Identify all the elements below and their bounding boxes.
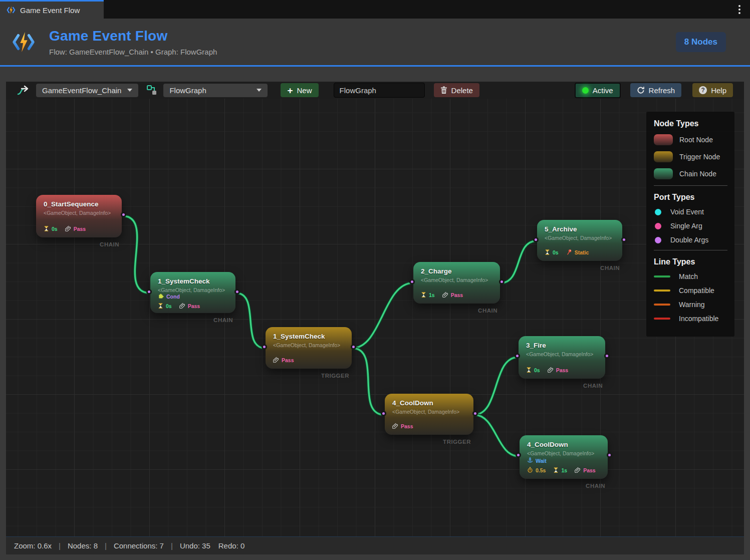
input-port[interactable] — [409, 279, 415, 285]
node-count-badge: 8 Nodes — [676, 32, 726, 52]
legend-label: Root Node — [679, 136, 713, 144]
refresh-button[interactable]: Refresh — [630, 83, 682, 97]
delete-button[interactable]: Delete — [434, 83, 479, 97]
legend-label: Chain Node — [679, 170, 716, 178]
status-bar: Zoom: 0.6x | Nodes: 8 | Connections: 7 |… — [6, 536, 744, 554]
legend-label: Compatible — [679, 287, 714, 295]
port-dot-icon — [655, 209, 661, 215]
editor-frame: GameEventFlow_Chain FlowGraph + New Dele… — [6, 82, 744, 554]
output-port[interactable] — [121, 212, 126, 217]
graph-select-value: FlowGraph — [169, 86, 206, 95]
node-4_CoolDown[interactable]: 4_CoolDown <GameObject, DamageInfo> Wait… — [520, 435, 608, 479]
node-kind-tag: CHAIN — [600, 265, 620, 271]
divider — [654, 185, 727, 186]
toolbar: GameEventFlow_Chain FlowGraph + New Dele… — [6, 82, 744, 99]
output-port[interactable] — [607, 452, 612, 458]
page-title: Game Event Flow — [49, 28, 217, 44]
node-subtitle: <GameObject, DamageInfo> — [44, 210, 114, 216]
node-1_SystemCheck[interactable]: 1_SystemCheck <GameObject, DamageInfo> C… — [150, 272, 235, 313]
legend-line-type-row: Warning — [654, 301, 728, 309]
input-port[interactable] — [262, 344, 267, 350]
legend-panel: Node Types Root Node Trigger Node Chain … — [646, 112, 734, 337]
graph-canvas[interactable]: 0_StartSequence <GameObject, DamageInfo>… — [6, 99, 744, 536]
badge-row: Cond — [158, 293, 228, 300]
new-button[interactable]: + New — [281, 83, 318, 97]
status-zoom: Zoom: 0.6x — [14, 541, 52, 550]
root-node-swatch-icon — [654, 134, 673, 145]
badge-0s: 0s — [545, 249, 559, 256]
input-port[interactable] — [515, 353, 520, 359]
chevron-down-icon — [127, 89, 132, 92]
output-port[interactable] — [234, 289, 240, 295]
node-kind-tag: TRIGGER — [321, 373, 349, 379]
active-status-icon — [582, 87, 589, 94]
paperclip-icon — [179, 303, 185, 310]
page-subtitle: Flow: GameEventFlow_Chain • Graph: FlowG… — [49, 48, 217, 56]
refresh-icon — [637, 86, 645, 94]
app-tab[interactable]: Game Event Flow — [0, 0, 104, 19]
node-0_StartSequence[interactable]: 0_StartSequence <GameObject, DamageInfo>… — [36, 195, 122, 237]
paperclip-icon — [442, 292, 448, 299]
output-port[interactable] — [499, 279, 505, 285]
divider — [654, 250, 727, 250]
badge-0s: 0s — [44, 226, 58, 232]
help-button[interactable]: ? Help — [692, 83, 733, 97]
plus-icon: + — [287, 86, 293, 95]
node-kind-tag: TRIGGER — [443, 439, 471, 445]
node-title: 4_CoolDown — [527, 441, 600, 448]
legend-port-type-row: Void Event — [654, 208, 728, 216]
flow-select[interactable]: GameEventFlow_Chain — [36, 84, 138, 97]
node-4_CoolDown[interactable]: 4_CoolDown <GameObject, DamageInfo> Pass… — [385, 394, 473, 435]
status-redo: Redo: 0 — [218, 541, 245, 550]
node-2_Charge[interactable]: 2_Charge <GameObject, DamageInfo> 1s Pas… — [413, 262, 500, 304]
legend-node-type-row: Root Node — [654, 134, 728, 145]
node-title: 2_Charge — [421, 267, 492, 275]
legend-node-types-title: Node Types — [654, 119, 728, 128]
badge-pass: Pass — [273, 357, 294, 364]
legend-line-type-row: Incompatible — [654, 315, 728, 323]
input-port[interactable] — [516, 452, 521, 458]
title-bar: Game Event Flow — [0, 0, 750, 19]
hourglass-icon — [545, 249, 550, 256]
node-subtitle: <GameObject, DamageInfo> — [526, 351, 598, 357]
graph-select[interactable]: FlowGraph — [163, 84, 268, 97]
paperclip-icon — [392, 423, 398, 430]
badge-pass: Pass — [392, 423, 413, 430]
output-port[interactable] — [621, 237, 627, 242]
badge-pass: Pass — [179, 303, 200, 310]
node-subtitle: <GameObject, DamageInfo> — [273, 342, 344, 348]
output-port[interactable] — [472, 411, 478, 416]
badge-0s: 0s — [158, 303, 172, 310]
input-port[interactable] — [146, 289, 152, 295]
legend-label: Match — [679, 272, 698, 281]
output-port[interactable] — [351, 344, 356, 350]
status-undo: Undo: 35 — [180, 541, 210, 550]
node-3_Fire[interactable]: 3_Fire <GameObject, DamageInfo> 0s Pass … — [519, 336, 605, 379]
graph-name-input[interactable] — [334, 83, 425, 98]
badge-0.5s: 0.5s — [527, 467, 546, 474]
badge-row: Wait — [527, 457, 600, 464]
window-menu-icon[interactable] — [735, 5, 744, 15]
node-subtitle: <GameObject, DamageInfo> — [392, 409, 466, 415]
input-port[interactable] — [533, 237, 539, 242]
input-port[interactable] — [381, 411, 386, 416]
hourglass-icon — [44, 226, 49, 232]
paperclip-icon — [65, 225, 71, 232]
paperclip-icon — [575, 467, 581, 474]
badge-1s: 1s — [553, 467, 567, 474]
active-toggle[interactable]: Active — [575, 83, 621, 98]
badge-row: 0.5s 1s Pass — [527, 467, 600, 474]
node-5_Archive[interactable]: 5_Archive <GameObject, DamageInfo> 0s St… — [537, 220, 622, 261]
legend-port-types-title: Port Types — [654, 193, 728, 202]
node-1_SystemCheck[interactable]: 1_SystemCheck <GameObject, DamageInfo> P… — [266, 327, 352, 369]
node-subtitle: <GameObject, DamageInfo> — [158, 287, 228, 293]
output-port[interactable] — [604, 353, 610, 359]
hourglass-icon — [158, 303, 163, 310]
chain-node-swatch-icon — [654, 168, 673, 179]
port-dot-icon — [655, 237, 661, 243]
badge-row: 0s Pass — [158, 303, 228, 310]
node-title: 3_Fire — [526, 342, 598, 349]
tab-title: Game Event Flow — [20, 6, 80, 15]
pushpin-icon — [566, 249, 572, 256]
badge-cond: Cond — [158, 293, 180, 300]
